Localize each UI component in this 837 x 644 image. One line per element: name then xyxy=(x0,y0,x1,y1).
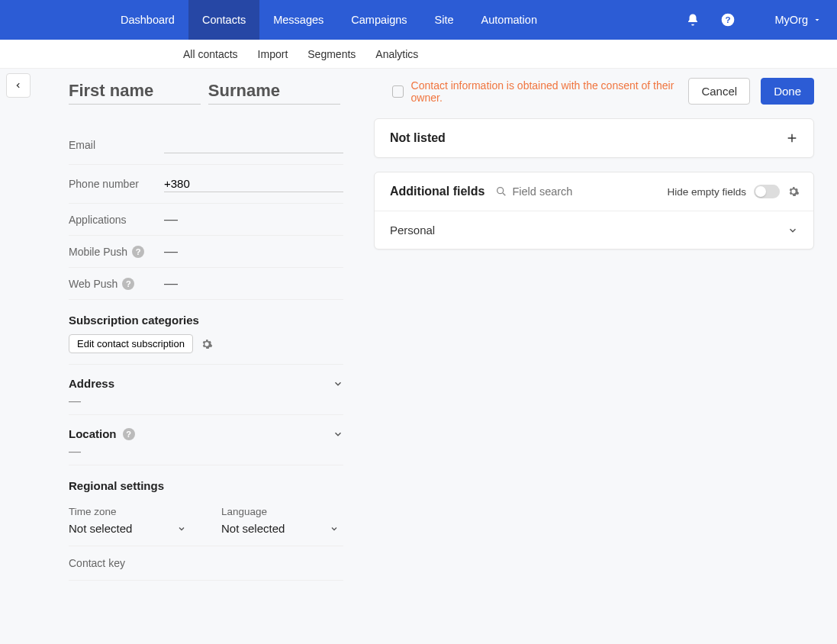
subnav-analytics[interactable]: Analytics xyxy=(375,48,418,60)
back-button[interactable] xyxy=(6,73,31,98)
consent-checkbox[interactable] xyxy=(392,85,404,98)
nav-messages[interactable]: Messages xyxy=(259,0,337,40)
email-label: Email xyxy=(69,139,164,151)
sub-nav: All contacts Import Segments Analytics xyxy=(0,40,837,69)
not-listed-title: Not listed xyxy=(390,131,446,145)
nav-automation[interactable]: Automation xyxy=(468,0,551,40)
plus-icon xyxy=(786,132,798,144)
hide-empty-toggle[interactable] xyxy=(754,185,780,198)
mobile-push-value: — xyxy=(164,243,343,259)
regional-settings-title: Regional settings xyxy=(69,465,343,500)
nav-site[interactable]: Site xyxy=(421,0,468,40)
address-value: — xyxy=(69,394,343,408)
subscription-settings-icon[interactable] xyxy=(201,338,213,350)
chevron-down-icon xyxy=(333,429,343,440)
subnav-import[interactable]: Import xyxy=(258,48,288,60)
web-push-value: — xyxy=(164,275,343,291)
subnav-all-contacts[interactable]: All contacts xyxy=(183,48,238,60)
field-search-input[interactable] xyxy=(512,185,619,198)
chevron-down-icon xyxy=(333,378,343,389)
location-value: — xyxy=(69,445,343,459)
cancel-button[interactable]: Cancel xyxy=(688,78,750,105)
location-title: Location ? xyxy=(69,427,135,440)
chevron-left-icon xyxy=(14,80,22,91)
mobile-push-label: Mobile Push ? xyxy=(69,246,164,258)
org-name: MyOrg xyxy=(775,14,809,26)
web-push-label: Web Push ? xyxy=(69,278,164,290)
personal-label: Personal xyxy=(390,224,435,237)
notifications-icon[interactable] xyxy=(682,9,703,31)
applications-value: — xyxy=(164,211,343,227)
timezone-label: Time zone xyxy=(69,506,191,517)
help-icon[interactable]: ? xyxy=(717,9,739,31)
address-title: Address xyxy=(69,377,114,390)
svg-point-2 xyxy=(497,188,504,194)
chevron-down-icon xyxy=(330,524,339,533)
phone-input[interactable] xyxy=(164,175,343,192)
first-name-input[interactable] xyxy=(69,78,201,105)
phone-label: Phone number xyxy=(69,178,164,190)
done-button[interactable]: Done xyxy=(761,78,814,105)
nav-dashboard[interactable]: Dashboard xyxy=(107,0,188,40)
subscription-categories-title: Subscription categories xyxy=(69,300,343,334)
additional-fields-card: Additional fields Hide empty fields Pers… xyxy=(374,172,814,250)
personal-section[interactable]: Personal xyxy=(375,211,813,249)
mobile-push-help-icon[interactable]: ? xyxy=(132,246,144,258)
surname-input[interactable] xyxy=(208,78,340,105)
add-not-listed-button[interactable] xyxy=(786,132,798,144)
additional-fields-settings-icon[interactable] xyxy=(787,185,800,198)
chevron-down-icon xyxy=(813,15,822,24)
nav-contacts[interactable]: Contacts xyxy=(188,0,259,40)
subnav-segments[interactable]: Segments xyxy=(307,48,356,60)
nav-items: Dashboard Contacts Messages Campaigns Si… xyxy=(107,0,551,40)
email-input[interactable] xyxy=(164,137,343,153)
edit-subscription-button[interactable]: Edit contact subscription xyxy=(69,334,193,353)
chevron-down-icon xyxy=(177,524,186,533)
location-help-icon[interactable]: ? xyxy=(123,428,135,440)
top-nav: Dashboard Contacts Messages Campaigns Si… xyxy=(0,0,837,40)
org-switcher[interactable]: MyOrg xyxy=(752,14,823,26)
language-select[interactable]: Not selected xyxy=(221,522,343,535)
language-label: Language xyxy=(221,506,343,517)
nav-campaigns[interactable]: Campaigns xyxy=(337,0,420,40)
applications-label: Applications xyxy=(69,214,164,226)
additional-fields-title: Additional fields xyxy=(390,185,484,198)
hide-empty-label: Hide empty fields xyxy=(667,186,746,198)
not-listed-card: Not listed xyxy=(374,118,814,158)
consent-text: Contact information is obtained with the… xyxy=(411,79,678,104)
chevron-down-icon xyxy=(787,225,798,236)
timezone-select[interactable]: Not selected xyxy=(69,522,191,535)
address-section[interactable]: Address xyxy=(69,377,343,390)
contact-key-label: Contact key xyxy=(69,546,343,581)
search-icon xyxy=(495,185,507,198)
svg-text:?: ? xyxy=(725,14,730,24)
location-section[interactable]: Location ? xyxy=(69,427,343,440)
web-push-help-icon[interactable]: ? xyxy=(122,278,134,290)
